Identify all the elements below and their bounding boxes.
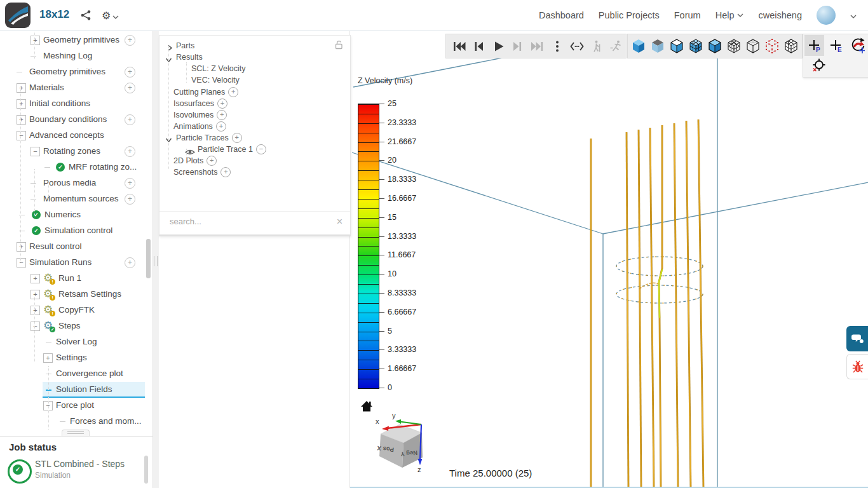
pp-item-results[interactable]: Results	[159, 53, 350, 64]
expand-icon[interactable]: +	[17, 83, 26, 93]
project-title[interactable]: 18x12	[39, 8, 69, 21]
expand-icon[interactable]: +	[31, 36, 40, 45]
pp-item-screenshots[interactable]: Screenshots+	[159, 167, 350, 179]
walk-mode-button[interactable]	[587, 36, 606, 57]
app-logo-icon[interactable]	[5, 3, 31, 28]
pp-item-isovolumes[interactable]: Isovolumes+	[159, 110, 350, 121]
pp-item-animations[interactable]: Animations+	[159, 121, 350, 133]
collapse-icon[interactable]: −	[17, 131, 26, 140]
probe-element-button[interactable]: E	[826, 35, 846, 56]
center-of-rotation-icon[interactable]	[811, 57, 827, 75]
expand-icon[interactable]: +	[17, 242, 26, 252]
job-status-entry[interactable]: ✓ STL Combined - Steps Simulation	[0, 457, 153, 487]
tree-item-convergence-plot[interactable]: Convergence plot	[0, 366, 153, 382]
tree-item-solver-log[interactable]: Solver Log	[0, 334, 153, 350]
tree-item-steps[interactable]: −⚙✓Steps	[0, 318, 153, 334]
tree-item-force-plot[interactable]: −Force plot	[0, 398, 153, 414]
add-item-button[interactable]: +	[125, 178, 135, 189]
search-input[interactable]	[168, 216, 323, 227]
tree-item-settings[interactable]: +Settings	[0, 350, 153, 366]
tree-item-simulation-runs[interactable]: −Simulation Runs+	[0, 255, 153, 271]
tree-item-retsam-settings[interactable]: +⚙!Retsam Settings	[0, 287, 153, 302]
step-back-button[interactable]	[469, 36, 487, 57]
tree-item-boundary-conditions[interactable]: +Boundary conditions+	[0, 112, 153, 128]
nav-public-projects[interactable]: Public Projects	[599, 10, 660, 20]
rotate-view-button[interactable]	[848, 35, 867, 56]
tree-item-simulation-control[interactable]: ✓Simulation control	[0, 223, 153, 239]
pp-item-vec-velocity[interactable]: VEC: Velocity	[159, 76, 350, 87]
tree-item-porous-media[interactable]: Porous media+	[0, 175, 153, 191]
tree-item-geometry-primitives[interactable]: +Geometry primitives+	[0, 32, 153, 48]
sidebar-scrollbar[interactable]	[146, 239, 151, 278]
add-item-button[interactable]: +	[125, 257, 135, 268]
settings-gear-icon[interactable]: ⚙	[102, 10, 123, 22]
tree-item-geometry-primitives[interactable]: Geometry primitives+	[0, 64, 153, 80]
home-view-icon[interactable]	[360, 399, 374, 413]
pp-item-parts[interactable]: Parts	[159, 41, 350, 53]
add-item-button[interactable]: +	[125, 146, 135, 157]
cube-wire-split-button[interactable]	[782, 36, 800, 57]
clear-search-icon[interactable]: ×	[337, 216, 342, 227]
tree-item-solution-fields[interactable]: Solution Fields	[0, 382, 153, 398]
job-status-scrollbar[interactable]	[144, 456, 148, 484]
tree-item-advanced-concepts[interactable]: −Advanced concepts	[0, 128, 153, 144]
add-button[interactable]: +	[217, 110, 227, 120]
remove-button[interactable]: −	[256, 144, 266, 154]
add-item-button[interactable]: +	[125, 194, 135, 205]
axis-orientation-cube[interactable]: Pos X Neg Y y x z	[368, 412, 426, 474]
pp-item-isosurfaces[interactable]: Isosurfaces+	[159, 98, 350, 110]
share-icon[interactable]	[80, 10, 93, 22]
tree-item-materials[interactable]: +Materials+	[0, 80, 153, 96]
cube-points-button[interactable]	[763, 36, 781, 57]
add-button[interactable]: +	[216, 121, 226, 132]
run-mode-button[interactable]	[607, 36, 625, 57]
cube-wire-mesh-button[interactable]	[724, 36, 743, 57]
account-chevron-down-icon[interactable]	[850, 10, 857, 21]
avatar[interactable]	[817, 6, 836, 25]
collapse-icon[interactable]: −	[17, 258, 26, 268]
report-bug-button[interactable]	[846, 354, 868, 379]
expand-icon[interactable]: +	[17, 115, 26, 125]
chat-button[interactable]	[846, 326, 868, 351]
cube-surface-mesh-button[interactable]	[686, 36, 705, 57]
add-item-button[interactable]: +	[125, 67, 135, 78]
skip-end-button[interactable]	[528, 36, 546, 57]
pp-item-scl-z-velocity[interactable]: SCL: Z Velocity	[159, 64, 350, 76]
collapse-icon[interactable]: −	[31, 147, 40, 156]
expand-icon[interactable]: +	[31, 306, 40, 315]
pp-item-2d-plots[interactable]: 2D Plots+	[159, 156, 350, 167]
collapse-icon[interactable]: −	[31, 322, 40, 331]
tree-item-meshing-log[interactable]: Meshing Log	[0, 48, 153, 64]
pp-item-particle-traces[interactable]: Particle Traces+	[159, 133, 350, 144]
kebab-menu-button[interactable]	[548, 36, 566, 57]
cube-wire-button[interactable]	[743, 36, 762, 57]
tree-item-forces-and-mom[interactable]: Forces and mom...	[0, 414, 153, 430]
viewport-3d[interactable]: Z Velocity (m/s) 2523.333321.66672018.33…	[349, 30, 868, 488]
add-button[interactable]: +	[217, 98, 227, 109]
add-button[interactable]: +	[228, 87, 238, 97]
add-button[interactable]: +	[220, 167, 231, 177]
skip-start-button[interactable]	[449, 36, 468, 57]
pp-item-cutting-planes[interactable]: Cutting Planes+	[159, 87, 350, 98]
pp-item-particle-trace-1[interactable]: Particle Trace 1−	[159, 144, 350, 156]
nav-help[interactable]: Help	[715, 10, 744, 20]
cube-ghost-button[interactable]	[648, 36, 667, 57]
play-button[interactable]	[489, 36, 507, 57]
expand-icon[interactable]: +	[31, 290, 40, 299]
add-button[interactable]: +	[207, 156, 217, 166]
add-button[interactable]: +	[232, 133, 242, 143]
tree-item-momentum-sources[interactable]: Momentum sources+	[0, 191, 153, 207]
expand-icon[interactable]: +	[17, 99, 26, 109]
add-item-button[interactable]: +	[125, 83, 135, 93]
add-item-button[interactable]: +	[125, 35, 135, 46]
panel-splitter[interactable]	[153, 30, 159, 488]
tree-item-rotating-zones[interactable]: −Rotating zones+	[0, 144, 153, 159]
nav-forum[interactable]: Forum	[674, 10, 701, 20]
expand-icon[interactable]: +	[31, 274, 40, 283]
tree-item-initial-conditions[interactable]: +Initial conditions	[0, 96, 153, 112]
tree-item-copyftk[interactable]: +⚙!CopyFTK	[0, 302, 153, 318]
tree-item-run-1[interactable]: +⚙!Run 1	[0, 271, 153, 287]
tree-item-mrf-rotating-zo[interactable]: ✓MRF rotating zo...	[0, 159, 153, 175]
nav-dashboard[interactable]: Dashboard	[539, 10, 584, 20]
probe-point-button[interactable]: P	[804, 35, 824, 56]
